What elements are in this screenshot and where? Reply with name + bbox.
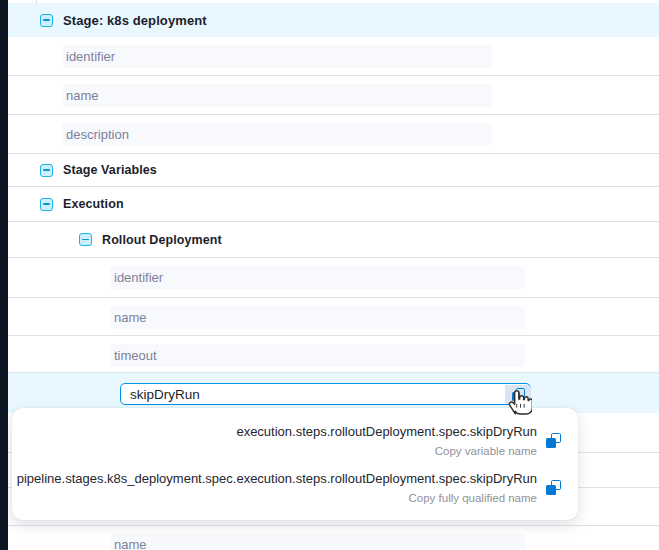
- copy-fqn-item[interactable]: pipeline.stages.k8s_deployment.spec.exec…: [12, 464, 578, 511]
- copy-icon[interactable]: [546, 433, 561, 448]
- tree-row: name: [8, 76, 659, 115]
- variable-label: description: [62, 127, 129, 142]
- fqn-text: pipeline.stages.k8s_deployment.spec.exec…: [17, 470, 537, 487]
- tree-row-rollout-deployment[interactable]: Rollout Deployment: [8, 222, 659, 258]
- collapse-icon[interactable]: [79, 233, 92, 246]
- copy-action-label: Copy variable name: [236, 444, 537, 458]
- copy-icon[interactable]: [546, 480, 561, 495]
- variable-label: name: [62, 88, 99, 103]
- variable-label: timeout: [110, 348, 157, 363]
- variable-field-timeout[interactable]: timeout: [110, 344, 525, 367]
- stage-section-label: Stage: k8s deployment: [63, 13, 207, 28]
- variable-field-identifier[interactable]: identifier: [110, 266, 525, 289]
- section-label: Execution: [63, 197, 124, 211]
- tree-row: name: [8, 526, 659, 550]
- variable-field-name[interactable]: name: [110, 306, 525, 329]
- copy-icon: [512, 388, 525, 401]
- variable-name-text: execution.steps.rolloutDeployment.spec.s…: [236, 423, 537, 440]
- section-label: Rollout Deployment: [102, 233, 222, 247]
- section-label: Stage Variables: [63, 163, 157, 177]
- tree-row-stage-variables[interactable]: Stage Variables: [8, 154, 659, 187]
- tree-row-skipdryrun: [8, 373, 659, 413]
- variable-field-description[interactable]: description: [62, 123, 492, 146]
- skipdryrun-input[interactable]: [120, 383, 531, 405]
- copy-action-label: Copy fully qualified name: [17, 491, 537, 505]
- tree-row: identifier: [8, 37, 659, 76]
- collapse-icon[interactable]: [40, 198, 53, 211]
- panel-left-edge: [0, 0, 8, 550]
- variable-field-name[interactable]: name: [62, 84, 492, 107]
- tree-row-stage-k8s-deployment[interactable]: Stage: k8s deployment: [8, 3, 659, 37]
- variable-label: name: [110, 537, 147, 550]
- tree-row: name: [8, 298, 659, 336]
- copy-button[interactable]: [505, 385, 531, 404]
- copy-variable-name-item[interactable]: execution.steps.rolloutDeployment.spec.s…: [12, 417, 578, 464]
- tree-row-execution[interactable]: Execution: [8, 187, 659, 222]
- variable-field-identifier[interactable]: identifier: [62, 45, 492, 68]
- tree-row: timeout: [8, 336, 659, 373]
- variable-label: name: [110, 310, 147, 325]
- variable-field-name[interactable]: name: [110, 534, 525, 550]
- copy-variable-popup: execution.steps.rolloutDeployment.spec.s…: [12, 408, 578, 520]
- tree-row: identifier: [8, 258, 659, 298]
- variable-label: identifier: [62, 49, 115, 64]
- variable-label: identifier: [110, 270, 163, 285]
- collapse-icon[interactable]: [40, 14, 53, 27]
- tree-row: description: [8, 115, 659, 154]
- collapse-icon[interactable]: [40, 164, 53, 177]
